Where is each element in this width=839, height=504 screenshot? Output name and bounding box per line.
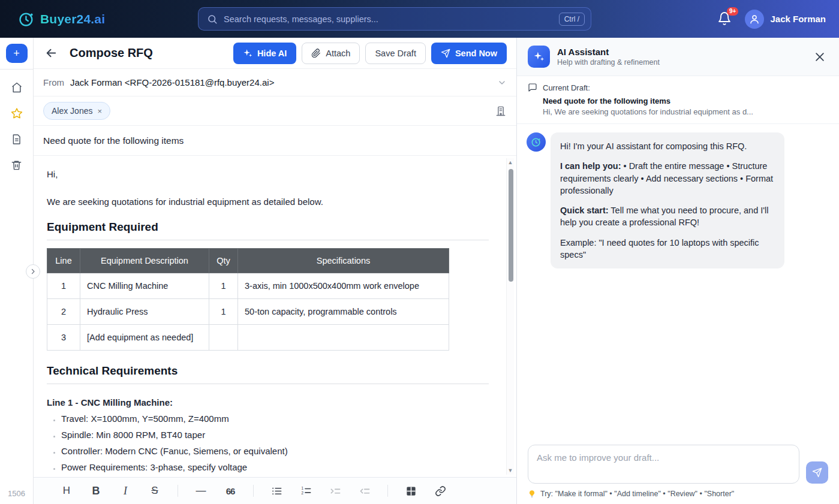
table-cell: 2 [47,299,80,325]
paperclip-icon [311,49,321,58]
table-cell: 3-axis, min 1000x500x400mm work envelope [238,273,449,299]
scroll-down-icon[interactable]: ▼ [508,466,513,475]
outdent-button[interactable] [358,484,371,498]
formatting-toolbar: H B I S — 66 12 [34,477,516,504]
global-search-input[interactable]: Search requests, messages, suppliers... … [198,7,591,31]
svg-text:1: 1 [301,486,303,490]
table-cell: 1 [47,273,80,299]
attach-button[interactable]: Attach [302,43,360,64]
brand-name: Buyer24.ai [40,12,105,26]
horizontal-rule-button[interactable]: — [194,484,208,498]
brand-logo[interactable]: Buyer24.ai [18,11,198,28]
editor-scrollbar[interactable]: ▲ ▼ [506,158,514,475]
page-title: Compose RFQ [70,46,153,60]
ai-send-button[interactable] [806,461,828,484]
subject-field[interactable]: Need quote for the following items [34,126,516,156]
chevron-down-icon[interactable] [497,78,507,87]
new-request-button[interactable]: + [6,44,28,63]
hide-ai-button[interactable]: Hide AI [233,43,296,64]
heading-button[interactable]: H [60,484,73,498]
speech-bubble-icon [528,83,537,92]
ai-assistant-panel: AI Assistant Help with drafting & refine… [517,38,839,504]
requirement-item: Travel: X=1000mm, Y=500mm, Z=400mm [61,414,489,424]
insert-table-button[interactable] [404,484,417,498]
ai-message-bubble: Hi! I'm your AI assistant for composing … [551,132,784,268]
trash-icon[interactable] [10,158,24,172]
search-icon [207,14,218,25]
from-value: Jack Forman <RFQ-2026-015181@rfq.buyer24… [70,77,274,87]
message-body-editor[interactable]: Hi, We are seeking quotations for indust… [34,156,516,477]
user-name: Jack Forman [770,14,826,24]
body-intro: We are seeking quotations for industrial… [47,197,489,207]
ai-avatar-clock-icon [527,132,546,152]
avatar [745,10,764,29]
send-now-button[interactable]: Send Now [431,43,507,64]
bullet-list-button[interactable] [270,484,283,498]
subject-text: Need quote for the following items [43,135,184,146]
search-placeholder: Search requests, messages, suppliers... [224,14,553,24]
table-cell: 50-ton capacity, programmable controls [238,299,449,325]
from-field[interactable]: From Jack Forman <RFQ-2026-015181@rfq.bu… [34,69,516,96]
send-icon [441,49,450,58]
table-cell: 1 [209,273,238,299]
notifications-button[interactable]: 9+ [717,11,733,27]
remove-recipient-icon[interactable]: × [97,107,102,116]
recipient-chip[interactable]: Alex Jones × [43,102,110,120]
back-button[interactable] [43,46,59,61]
ai-message-p1: Hi! I'm your AI assistant for composing … [560,140,775,152]
ai-suggestions: Try: "Make it formal" • "Add timeline" •… [517,487,839,504]
table-header-qty: Qty [209,249,238,273]
italic-button[interactable]: I [119,484,132,498]
user-menu[interactable]: Jack Forman [745,10,826,29]
home-icon[interactable] [10,80,24,95]
current-draft-label: Current Draft: [543,83,590,92]
current-draft-summary: Current Draft: Need quote for the follow… [517,76,839,124]
scroll-up-icon[interactable]: ▲ [508,158,513,167]
ai-message-p2: I can help you: • Draft the entire messa… [560,160,775,197]
toolbar-divider [253,485,254,497]
table-cell: CNC Milling Machine [80,273,209,299]
body-greeting: Hi, [47,169,489,179]
rail-divider [0,69,34,70]
sparkles-icon [243,49,252,58]
scrollbar-thumb[interactable] [509,169,513,282]
suggestions-text: Try: "Make it formal" • "Add timeline" •… [540,490,734,498]
company-directory-icon[interactable] [495,105,507,117]
requirement-item: Controller: Modern CNC (Fanuc, Siemens, … [61,446,489,456]
save-draft-button[interactable]: Save Draft [365,43,426,64]
requirement-item: Spindle: Min 8000 RPM, BT40 taper [61,430,489,440]
table-header-specifications: Specifications [238,249,449,273]
table-row: 1CNC Milling Machine13-axis, min 1000x50… [47,273,449,299]
character-count: 1506 [0,489,33,498]
table-row: 3[Add equipment as needed] [47,325,449,351]
blockquote-button[interactable]: 66 [224,484,237,498]
drafts-icon[interactable] [10,132,24,146]
toolbar-divider [178,485,178,497]
indent-button[interactable] [329,484,342,498]
section-equipment-required: Equipment Required [47,221,489,240]
insert-link-button[interactable] [434,484,447,498]
draft-preview: Hi, We are seeking quotations for indust… [543,107,828,116]
table-row: 2Hydraulic Press150-ton capacity, progra… [47,299,449,325]
ai-chat-input[interactable] [528,445,799,484]
starred-icon[interactable] [10,106,24,120]
top-navbar: Buyer24.ai Search requests, messages, su… [0,0,839,38]
ai-panel-title: AI Assistant [557,47,660,57]
section-technical-requirements: Technical Requirements [47,364,489,384]
table-header-equipment-description: Equipment Description [80,249,209,273]
requirements-list: Travel: X=1000mm, Y=500mm, Z=400mmSpindl… [61,414,489,472]
line1-heading: Line 1 - CNC Milling Machine: [47,397,489,408]
table-cell: [Add equipment as needed] [80,325,209,351]
recipient-name: Alex Jones [52,106,92,116]
strikethrough-button[interactable]: S [148,484,161,498]
close-icon[interactable] [811,49,828,65]
bold-button[interactable]: B [89,484,103,498]
attach-label: Attach [326,49,350,58]
save-draft-label: Save Draft [375,49,416,58]
table-header-line: Line [47,249,80,273]
ai-panel-subtitle: Help with drafting & refinement [557,58,660,67]
table-cell [238,325,449,351]
notification-badge: 9+ [727,7,738,16]
recipients-field[interactable]: Alex Jones × [34,96,516,126]
numbered-list-button[interactable]: 12 [299,484,312,498]
